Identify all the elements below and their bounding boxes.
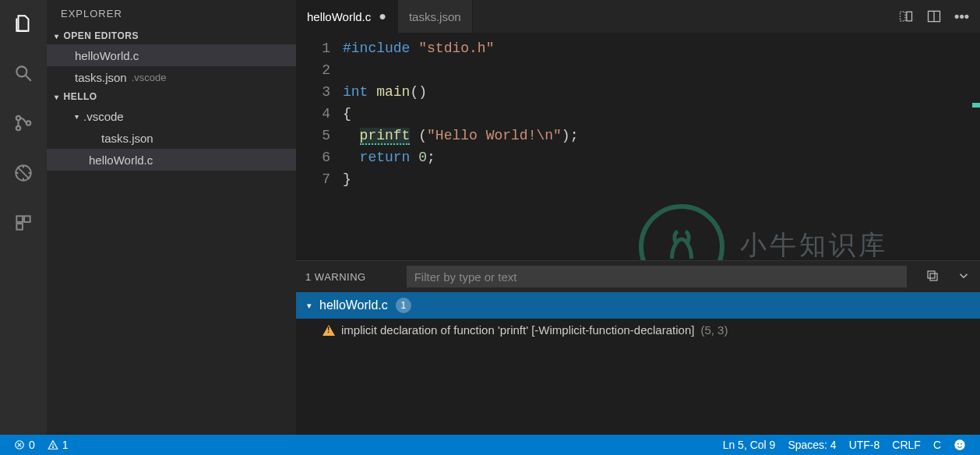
status-bar: 0 1 Ln 5, Col 9 Spaces: 4 UTF-8 CRLF C xyxy=(0,435,980,455)
explorer-icon[interactable] xyxy=(6,6,41,41)
editor-actions: ••• xyxy=(898,0,980,33)
problems-filter-input[interactable] xyxy=(407,266,907,287)
svg-rect-8 xyxy=(16,224,23,230)
code-lines: #include "stdio.h" int main(){ prinft ("… xyxy=(343,33,578,260)
warning-icon xyxy=(323,325,335,336)
open-editor-filename: helloWorld.c xyxy=(75,49,139,62)
caret-down-icon: ▾ xyxy=(307,301,312,311)
problem-message: implicit declaration of function 'prinft… xyxy=(341,323,694,337)
svg-point-21 xyxy=(957,443,959,445)
file-name: tasks.json xyxy=(101,132,153,145)
file-name: helloWorld.c xyxy=(89,153,153,167)
debug-icon[interactable] xyxy=(6,156,41,190)
problems-panel: 1 WARNING ▾ helloWorld.c 1 implicit decl… xyxy=(296,260,980,435)
open-editor-filename: tasks.json xyxy=(75,71,127,84)
caret-down-icon: ▾ xyxy=(55,32,59,41)
svg-point-22 xyxy=(961,443,962,445)
open-editor-item[interactable]: helloWorld.c xyxy=(47,44,296,66)
activity-bar xyxy=(0,0,47,435)
status-errors[interactable]: 0 xyxy=(8,439,41,451)
minimap[interactable] xyxy=(966,33,980,260)
tab-helloworld[interactable]: helloWorld.c ● xyxy=(296,0,398,33)
svg-point-19 xyxy=(52,446,53,447)
open-editors-header[interactable]: ▾ OPEN EDITORS xyxy=(47,27,296,44)
problem-row[interactable]: implicit declaration of function 'prinft… xyxy=(296,319,980,341)
watermark: 小牛知识库 xyxy=(639,204,888,260)
folder-name: .vscode xyxy=(83,110,124,123)
status-spaces[interactable]: Spaces: 4 xyxy=(781,439,842,451)
folder-row-vscode[interactable]: ▾ .vscode xyxy=(47,105,296,127)
status-feedback-icon[interactable] xyxy=(947,439,972,451)
tab-tasks[interactable]: tasks.json xyxy=(398,0,473,33)
watermark-text: 小牛知识库 xyxy=(740,236,888,258)
svg-rect-6 xyxy=(16,216,23,222)
status-encoding[interactable]: UTF-8 xyxy=(843,439,887,451)
tab-bar: helloWorld.c ● tasks.json ••• xyxy=(296,0,980,33)
source-control-icon[interactable] xyxy=(6,106,41,140)
tab-label: helloWorld.c xyxy=(307,10,371,23)
more-icon[interactable]: ••• xyxy=(954,9,969,25)
problems-header: 1 WARNING xyxy=(296,261,980,292)
compare-icon[interactable] xyxy=(898,9,914,24)
svg-rect-13 xyxy=(928,271,935,278)
explorer-panel: EXPLORER ▾ OPEN EDITORS helloWorld.c tas… xyxy=(47,0,296,435)
problems-summary: 1 WARNING xyxy=(305,271,366,283)
svg-rect-7 xyxy=(24,216,30,222)
svg-point-4 xyxy=(26,121,30,125)
editor-region: helloWorld.c ● tasks.json ••• 1234567 # xyxy=(296,0,980,435)
problems-file-row[interactable]: ▾ helloWorld.c 1 xyxy=(296,292,980,319)
svg-point-2 xyxy=(16,116,20,120)
status-language[interactable]: C xyxy=(927,439,947,451)
squiggle-warning: prinft xyxy=(360,128,411,145)
svg-point-3 xyxy=(16,126,20,130)
svg-line-1 xyxy=(26,76,31,81)
tab-label: tasks.json xyxy=(409,10,461,23)
svg-point-0 xyxy=(16,66,26,76)
open-editor-item[interactable]: tasks.json .vscode xyxy=(47,66,296,88)
file-row-tasks[interactable]: tasks.json xyxy=(47,127,296,149)
svg-rect-9 xyxy=(901,12,906,21)
caret-down-icon: ▾ xyxy=(75,112,79,121)
extensions-icon[interactable] xyxy=(6,206,41,240)
search-icon[interactable] xyxy=(6,56,41,90)
status-line-col[interactable]: Ln 5, Col 9 xyxy=(717,439,782,451)
chevron-down-icon[interactable] xyxy=(957,269,971,285)
problems-file-name: helloWorld.c xyxy=(319,298,388,312)
svg-rect-10 xyxy=(907,12,912,21)
problem-location: (5, 3) xyxy=(700,323,728,337)
status-warnings[interactable]: 1 xyxy=(41,439,75,451)
open-editors-label: OPEN EDITORS xyxy=(64,30,139,41)
svg-rect-14 xyxy=(930,273,937,280)
line-gutter: 1234567 xyxy=(296,33,343,260)
open-editor-folder: .vscode xyxy=(132,72,167,83)
code-editor[interactable]: 1234567 #include "stdio.h" int main(){ p… xyxy=(296,33,980,260)
file-row-helloworld[interactable]: helloWorld.c xyxy=(47,149,296,171)
collapse-all-icon[interactable] xyxy=(925,269,939,285)
problems-count-badge: 1 xyxy=(396,298,411,313)
status-eol[interactable]: CRLF xyxy=(886,439,927,451)
close-icon[interactable]: ● xyxy=(379,9,386,23)
explorer-title: EXPLORER xyxy=(47,0,296,27)
workspace-label: HELLO xyxy=(64,91,97,102)
caret-down-icon: ▾ xyxy=(55,93,59,101)
workspace-header[interactable]: ▾ HELLO xyxy=(47,88,296,105)
split-editor-icon[interactable] xyxy=(926,9,942,24)
svg-point-20 xyxy=(954,439,964,450)
